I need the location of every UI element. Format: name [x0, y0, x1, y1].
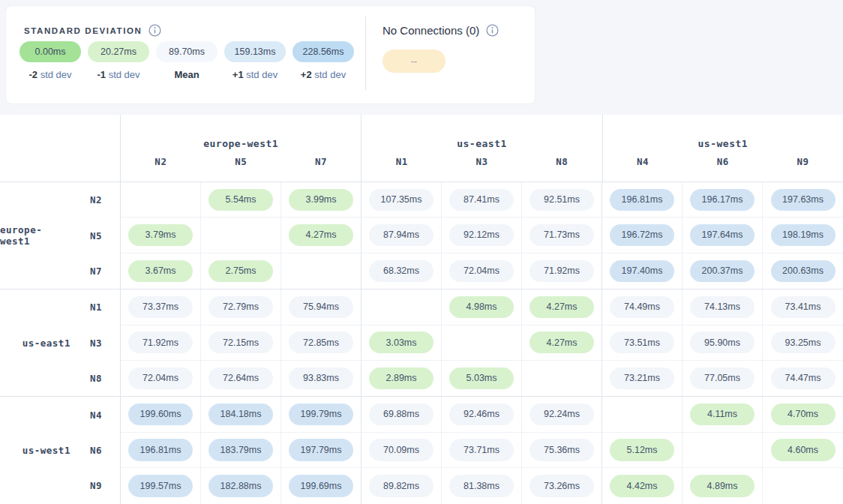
latency-pill[interactable]: 92.24ms	[530, 404, 594, 425]
latency-pill[interactable]: 196.81ms	[128, 439, 193, 460]
column-header-N7: N7	[281, 156, 362, 182]
latency-pill[interactable]: 93.83ms	[289, 368, 353, 389]
latency-pill[interactable]: 197.64ms	[690, 224, 754, 246]
info-icon[interactable]	[148, 24, 161, 37]
latency-pill[interactable]: 4.27ms	[530, 296, 594, 318]
latency-cell: 4.27ms	[281, 218, 362, 253]
latency-pill[interactable]: 71.92ms	[530, 260, 594, 282]
column-group-us-east1: us-east1N1N3N8	[362, 115, 602, 182]
latency-pill[interactable]: 199.69ms	[289, 475, 353, 496]
latency-pill[interactable]: 3.67ms	[128, 260, 193, 282]
latency-pill[interactable]: 72.15ms	[208, 332, 273, 353]
latency-pill[interactable]: 4.27ms	[289, 224, 353, 246]
latency-pill[interactable]: 95.90ms	[690, 332, 754, 353]
latency-pill[interactable]: 75.36ms	[530, 439, 594, 460]
latency-pill[interactable]: 74.49ms	[610, 296, 674, 318]
latency-cell: 92.51ms	[522, 182, 602, 218]
latency-pill[interactable]: 107.35ms	[369, 189, 434, 211]
latency-pill[interactable]: 92.51ms	[530, 189, 594, 211]
latency-pill[interactable]: 73.41ms	[771, 296, 836, 318]
latency-pill[interactable]: 197.40ms	[610, 260, 674, 282]
latency-pill[interactable]: 87.41ms	[449, 189, 514, 211]
latency-pill[interactable]: 71.92ms	[128, 332, 193, 353]
latency-pill[interactable]: 73.26ms	[530, 475, 594, 496]
latency-pill[interactable]: 199.57ms	[128, 475, 193, 496]
latency-pill[interactable]: 4.89ms	[690, 475, 754, 496]
latency-cell: 196.72ms	[602, 218, 682, 253]
latency-pill[interactable]: 184.18ms	[208, 404, 273, 425]
latency-pill[interactable]: 73.51ms	[610, 332, 674, 353]
latency-pill[interactable]: 200.63ms	[771, 260, 836, 282]
latency-pill[interactable]: 196.81ms	[610, 189, 674, 211]
latency-pill[interactable]: 77.05ms	[690, 368, 754, 389]
latency-pill[interactable]: 81.38ms	[449, 475, 514, 496]
latency-pill[interactable]: 2.89ms	[369, 368, 434, 389]
stddev-step: 20.27ms-1 std dev	[88, 41, 149, 80]
latency-pill[interactable]: 92.12ms	[449, 224, 514, 246]
latency-pill[interactable]: 75.94ms	[289, 296, 353, 318]
latency-pill[interactable]: 199.60ms	[128, 404, 193, 425]
latency-pill[interactable]: 89.82ms	[369, 475, 434, 496]
latency-pill[interactable]: 5.54ms	[208, 189, 273, 211]
latency-pill[interactable]: 3.99ms	[289, 189, 353, 211]
latency-cell: 77.05ms	[682, 361, 763, 396]
latency-pill[interactable]: 92.46ms	[449, 404, 514, 425]
latency-pill[interactable]: 4.70ms	[771, 404, 836, 425]
latency-pill[interactable]: 5.12ms	[610, 439, 674, 460]
latency-pill[interactable]: 196.72ms	[610, 224, 674, 246]
latency-pill[interactable]: 4.42ms	[610, 475, 674, 496]
latency-pill[interactable]: 196.17ms	[690, 189, 754, 211]
latency-pill[interactable]: 197.63ms	[771, 189, 836, 211]
latency-pill[interactable]: 71.73ms	[530, 224, 594, 246]
table-row: europe-west1N53.79ms4.27ms87.94ms92.12ms…	[0, 218, 843, 253]
latency-pill[interactable]: 73.71ms	[449, 439, 514, 460]
row-header-N5: europe-west1N5	[0, 218, 121, 253]
latency-pill[interactable]: 3.79ms	[128, 224, 193, 246]
latency-pill[interactable]: 72.85ms	[289, 332, 353, 353]
latency-pill[interactable]: 72.64ms	[208, 368, 273, 389]
latency-pill[interactable]: 182.88ms	[208, 475, 273, 496]
info-icon[interactable]	[486, 24, 499, 37]
latency-pill[interactable]: 3.03ms	[369, 332, 434, 353]
column-header-N3: N3	[442, 156, 522, 182]
latency-cell: 197.63ms	[763, 182, 843, 218]
latency-pill[interactable]: 183.79ms	[208, 439, 273, 460]
latency-pill[interactable]: 72.04ms	[128, 368, 193, 389]
row-header-N4: N4	[0, 397, 121, 432]
latency-pill[interactable]: 5.03ms	[449, 368, 514, 389]
latency-pill[interactable]: 73.21ms	[610, 368, 674, 389]
latency-cell-self	[522, 361, 602, 396]
latency-pill[interactable]: 4.11ms	[690, 404, 754, 425]
column-header-N4: N4	[603, 156, 683, 182]
latency-cell: 71.92ms	[522, 254, 602, 289]
stddev-step-label: +2 std dev	[301, 69, 346, 80]
latency-pill[interactable]: 4.27ms	[530, 332, 594, 353]
latency-pill[interactable]: 4.98ms	[449, 296, 514, 318]
latency-pill[interactable]: 87.94ms	[369, 224, 434, 246]
latency-cell: 93.83ms	[281, 361, 362, 396]
latency-pill[interactable]: 72.04ms	[449, 260, 514, 282]
legend-title: STANDARD DEVIATION	[24, 26, 142, 35]
latency-cell: 73.71ms	[442, 433, 522, 468]
latency-pill[interactable]: 72.79ms	[208, 296, 273, 318]
column-node-row: N2N5N7	[121, 156, 361, 182]
latency-pill[interactable]: 74.47ms	[771, 368, 836, 389]
latency-pill[interactable]: 74.13ms	[690, 296, 754, 318]
latency-pill[interactable]: 2.75ms	[208, 260, 273, 282]
latency-pill[interactable]: 199.79ms	[289, 404, 353, 425]
latency-pill[interactable]: 70.09ms	[369, 439, 434, 460]
stddev-pill: 20.27ms	[88, 41, 149, 62]
latency-pill[interactable]: 200.37ms	[690, 260, 754, 282]
latency-pill[interactable]: 93.25ms	[771, 332, 836, 353]
latency-pill[interactable]: 4.60ms	[771, 439, 836, 460]
column-group-us-west1: us-west1N4N6N9	[603, 115, 843, 182]
latency-pill[interactable]: 69.88ms	[369, 404, 434, 425]
latency-pill[interactable]: 198.19ms	[771, 224, 836, 246]
row-node-label: N9	[90, 480, 102, 491]
matrix-header: europe-west1N2N5N7us-east1N1N3N8us-west1…	[0, 115, 843, 182]
latency-pill[interactable]: 73.37ms	[128, 296, 193, 318]
row-header-N2: N2	[0, 182, 121, 218]
latency-cell: 196.81ms	[121, 433, 201, 468]
latency-pill[interactable]: 68.32ms	[369, 260, 434, 282]
latency-pill[interactable]: 197.79ms	[289, 439, 353, 460]
